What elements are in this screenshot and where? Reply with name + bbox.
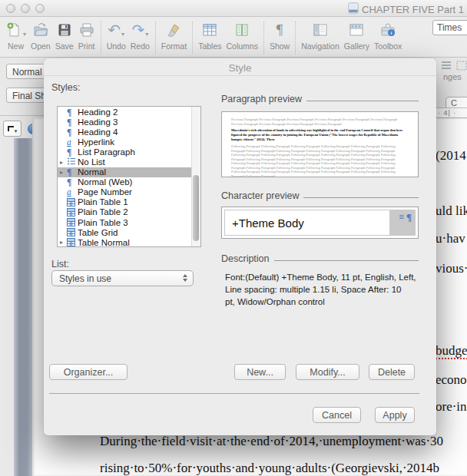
paragraph-preview-label: Paragraph preview	[221, 94, 302, 104]
line-spacing-icon: ≡	[399, 212, 404, 235]
new-document-icon	[5, 21, 22, 38]
document-text-fragment: econo	[436, 372, 467, 388]
save-button[interactable]: Save	[55, 19, 74, 51]
toolbar-label: Gallery	[344, 41, 369, 51]
toolbar-separator	[101, 21, 101, 54]
open-folder-icon	[32, 21, 49, 38]
style-item-heading-4[interactable]: ¶Heading 4	[58, 127, 200, 137]
style-item-plain-table-2[interactable]: Plain Table 2	[58, 207, 200, 217]
style-item-plain-table-3[interactable]: Plain Table 3	[58, 217, 200, 227]
toolbar-label: Tables	[198, 41, 221, 51]
style-name: Heading 3	[78, 117, 118, 127]
disclosure-triangle-icon[interactable]: ▸	[60, 157, 67, 167]
document-text-fragment: uld lik	[436, 203, 467, 219]
cancel-button[interactable]: Cancel	[313, 407, 361, 423]
toolbar-label: New	[8, 41, 24, 51]
style-name: Plain Table 3	[78, 218, 128, 227]
undo-button[interactable]: ↶▾ Undo	[107, 19, 126, 51]
traffic-lights	[6, 4, 45, 13]
paragraph-style-icon: ¶	[67, 107, 71, 117]
document-text-fragment: budge	[436, 343, 467, 359]
toolbox-button[interactable]: Toolbox	[374, 19, 402, 51]
show-button[interactable]: ¶ Show	[270, 19, 290, 51]
format-button[interactable]: Format	[161, 19, 187, 51]
undo-arrow-icon: ↶	[108, 21, 121, 38]
style-item-heading-2[interactable]: ¶Heading 2	[58, 107, 200, 117]
paragraph-preview-header: Paragraph preview	[221, 94, 419, 104]
chevron-down-icon: ▾	[15, 128, 18, 136]
paragraph-style-icon: ¶	[67, 167, 71, 177]
gallery-icon	[348, 21, 365, 38]
chevron-down-icon: ▾	[145, 31, 148, 41]
style-item-table-grid[interactable]: Table Grid	[58, 227, 200, 237]
styles-filter-value: Styles in use	[59, 273, 111, 284]
new-style-button[interactable]: New...	[234, 364, 286, 380]
gallery-button[interactable]: Gallery	[344, 19, 369, 51]
tables-button[interactable]: Tables	[198, 19, 221, 51]
window-titlebar: CHAPTER FIVE Part 1	[0, 0, 467, 17]
list-label: List:	[51, 259, 69, 269]
toolbar-label: Redo	[131, 41, 150, 51]
font-name-combo[interactable]: Times	[432, 20, 467, 35]
disclosure-triangle-icon[interactable]: ▸	[60, 167, 67, 177]
style-name: Table Normal	[78, 238, 130, 247]
minimize-window-button[interactable]	[21, 4, 30, 13]
tab-stop-icon	[8, 126, 14, 131]
word-app-window: CHAPTER FIVE Part 1 ▾ New Open Save Prin…	[0, 0, 467, 476]
styles-filter-dropdown[interactable]: Styles in use	[51, 270, 194, 286]
styles-list-scrollbar[interactable]	[191, 107, 200, 246]
styles-list: ¶Heading 2 ¶Heading 3 ¶Heading 4 aHyperl…	[57, 106, 201, 247]
style-item-table-normal[interactable]: ▸Table Normal	[58, 237, 200, 247]
style-item-list-paragraph[interactable]: ¶List Paragraph	[58, 147, 200, 157]
redo-button[interactable]: ↷▾ Redo	[131, 19, 150, 51]
style-item-no-list[interactable]: ▸No List	[58, 157, 200, 167]
scrollbar-thumb[interactable]	[193, 175, 199, 241]
disclosure-triangle-icon[interactable]: ▸	[60, 237, 67, 247]
misspelled-word: budge	[436, 343, 467, 359]
style-item-plain-table-1[interactable]: Plain Table 1	[58, 197, 200, 207]
apply-button[interactable]: Apply	[375, 407, 415, 423]
tab-stop-selector-button[interactable]: ▾	[3, 121, 22, 137]
zoom-window-button[interactable]	[35, 4, 45, 13]
style-item-hyperlink[interactable]: aHyperlink	[58, 137, 200, 147]
style-item-normal-selected[interactable]: ▸¶Normal	[58, 167, 200, 177]
format-brush-icon	[165, 21, 182, 38]
toolbar-separator	[263, 21, 264, 54]
chevron-down-icon: ▾	[23, 31, 26, 41]
horizontal-ruler[interactable]: · 4| ·	[436, 107, 467, 118]
style-item-heading-3[interactable]: ¶Heading 3	[58, 117, 200, 127]
main-toolbar: ▾ New Open Save Print ↶▾ Undo ↷▾ Redo Fo…	[0, 17, 467, 58]
style-name: Page Number	[78, 187, 132, 197]
previous-paragraph-sample: Previous Paragraph Previous Paragraph Pr…	[231, 117, 409, 126]
style-name: Heading 2	[78, 107, 118, 117]
columns-button[interactable]: Columns	[226, 19, 257, 51]
modify-style-button[interactable]: Modify...	[296, 364, 359, 380]
style-description-text: Font:(Default) +Theme Body, 11 pt, Engli…	[225, 271, 426, 308]
toolbar-label: Show	[270, 41, 290, 51]
new-button[interactable]: ▾ New	[5, 19, 26, 51]
navigation-pane-icon	[312, 21, 329, 38]
document-text-line: rising·to·50%·for·youths·and·young·adult…	[100, 461, 439, 476]
style-item-normal-web[interactable]: ¶Normal (Web)	[58, 177, 200, 187]
style-name: Plain Table 1	[78, 197, 128, 207]
following-paragraph-sample: Following Paragraph Following Paragraph …	[231, 144, 409, 177]
columns-icon	[234, 21, 250, 38]
close-window-button[interactable]	[6, 4, 15, 13]
toolbar-label: Save	[55, 41, 74, 51]
document-text-fragment: ore·in	[436, 399, 467, 415]
style-item-page-number[interactable]: aPage Number	[58, 187, 200, 197]
page-margin-strip	[14, 138, 32, 476]
toolbar-label: Columns	[226, 41, 257, 51]
paragraph-style-icon: ¶	[67, 117, 71, 127]
navigation-button[interactable]: Navigation	[301, 19, 339, 51]
paragraph-style-icon: ¶	[67, 127, 71, 137]
open-button[interactable]: Open	[31, 19, 51, 51]
paragraph-preview-box: Previous Paragraph Previous Paragraph Pr…	[221, 111, 419, 177]
print-button[interactable]: Print	[78, 19, 95, 51]
document-text-fragment: u·hav	[436, 231, 465, 246]
toolbar-label: Navigation	[301, 41, 339, 51]
delete-style-button[interactable]: Delete	[369, 364, 415, 380]
character-style-icon: a	[67, 137, 71, 147]
organizer-button[interactable]: Organizer...	[49, 364, 128, 380]
toolbar-label: Toolbox	[374, 41, 402, 51]
